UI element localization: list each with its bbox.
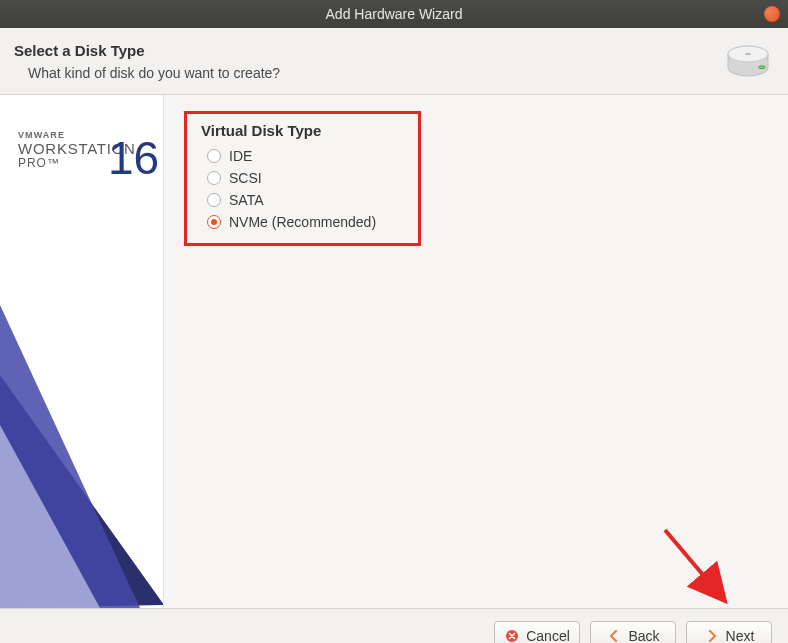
radio-sata[interactable]: SATA [201,189,382,211]
sidebar-branding: VMWARE WORKSTATION PRO™ 16 [0,95,164,608]
radio-ide[interactable]: IDE [201,145,382,167]
disk-icon [726,42,770,82]
radio-indicator-icon [207,149,221,163]
next-button[interactable]: Next [686,621,772,644]
sidebar-graphic [0,95,164,608]
radio-label: NVMe (Recommended) [229,214,376,230]
page-subtitle: What kind of disk do you want to create? [14,65,280,81]
radio-label: SATA [229,192,264,208]
radio-indicator-icon [207,193,221,207]
radio-indicator-icon [207,215,221,229]
next-label: Next [726,628,755,644]
radio-label: SCSI [229,170,262,186]
cancel-label: Cancel [526,628,570,644]
wizard-content: VMWARE WORKSTATION PRO™ 16 Virtual Disk … [0,95,788,608]
disk-type-legend: Virtual Disk Type [201,122,382,139]
wizard-header: Select a Disk Type What kind of disk do … [0,28,788,95]
wizard-footer: Cancel Back Next [0,608,788,643]
window-close-button[interactable] [764,6,780,22]
main-panel: Virtual Disk Type IDE SCSI SATA NVMe (Re… [164,95,788,608]
radio-scsi[interactable]: SCSI [201,167,382,189]
cancel-button[interactable]: Cancel [494,621,580,644]
radio-indicator-icon [207,171,221,185]
back-label: Back [628,628,659,644]
radio-nvme[interactable]: NVMe (Recommended) [201,211,382,233]
back-button[interactable]: Back [590,621,676,644]
disk-type-group: Virtual Disk Type IDE SCSI SATA NVMe (Re… [184,111,421,246]
cancel-icon [504,628,520,644]
window-title: Add Hardware Wizard [326,6,463,22]
chevron-right-icon [704,628,720,644]
titlebar: Add Hardware Wizard [0,0,788,28]
radio-label: IDE [229,148,252,164]
svg-point-2 [745,53,751,55]
chevron-left-icon [606,628,622,644]
page-title: Select a Disk Type [14,42,280,59]
svg-rect-3 [759,66,765,69]
